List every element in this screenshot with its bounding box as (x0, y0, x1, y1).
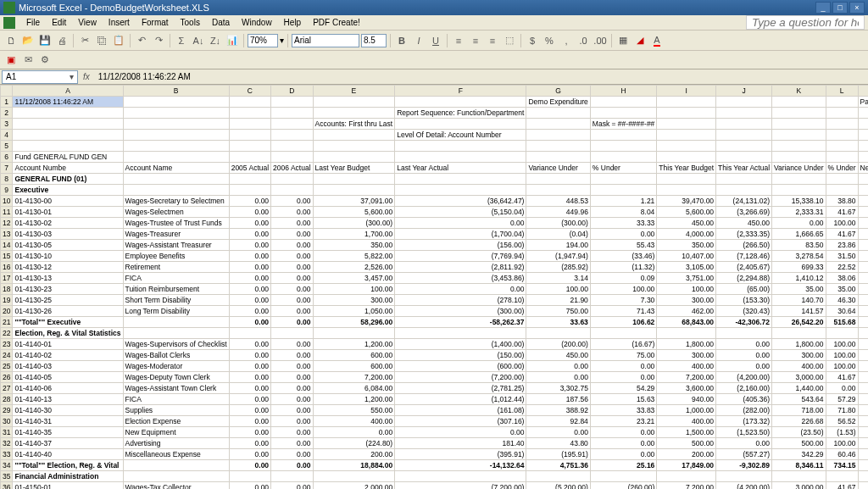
cell[interactable]: ""Total"" Executive (13, 317, 123, 328)
cell[interactable]: Supplies (123, 405, 229, 416)
cell[interactable] (657, 141, 716, 152)
cell[interactable]: 500.00 (858, 438, 868, 449)
cell[interactable]: (260.00) (590, 482, 656, 490)
cell[interactable] (826, 97, 858, 108)
cell[interactable] (229, 328, 270, 339)
cell[interactable]: 0.00 (395, 218, 526, 229)
cell[interactable] (716, 328, 772, 339)
cell[interactable]: 3,751.00 (657, 273, 716, 284)
cell[interactable]: 01-4140-13 (13, 394, 123, 405)
row-header[interactable]: 32 (1, 438, 13, 449)
cell[interactable] (858, 185, 868, 196)
cell[interactable]: 0.00 (229, 350, 270, 361)
cell[interactable]: 400.00 (657, 416, 716, 427)
cell[interactable] (657, 108, 716, 119)
zoom-input[interactable] (248, 34, 278, 47)
col-header-K[interactable]: K (772, 86, 826, 97)
row-header[interactable]: 17 (1, 273, 13, 284)
cell[interactable]: 55.43 (590, 240, 656, 251)
cell[interactable] (271, 152, 313, 163)
cell[interactable]: 01-4140-30 (13, 405, 123, 416)
row-header[interactable]: 22 (1, 328, 13, 339)
cell[interactable] (229, 119, 270, 130)
col-header-A[interactable]: A (13, 86, 123, 97)
cell[interactable]: 100.00 (826, 218, 858, 229)
cell[interactable] (271, 471, 313, 482)
cell[interactable]: Short Term Disability (123, 295, 229, 306)
cell[interactable] (313, 108, 395, 119)
cell[interactable] (123, 460, 229, 471)
cell[interactable]: (7,200.00) (395, 372, 526, 383)
align-left-icon[interactable]: ≡ (451, 33, 466, 48)
cell[interactable] (858, 328, 868, 339)
cell[interactable] (229, 97, 270, 108)
cell[interactable]: 17,300.00 (858, 460, 868, 471)
cell[interactable] (716, 174, 772, 185)
cell[interactable]: 450.00 (657, 218, 716, 229)
cell[interactable]: (557.27) (716, 449, 772, 460)
cell[interactable]: 0.00 (590, 361, 656, 372)
cell[interactable]: (16.67) (590, 339, 656, 350)
cell[interactable]: (282.00) (716, 405, 772, 416)
cell[interactable]: 718.00 (772, 405, 826, 416)
menu-tools[interactable]: Tools (175, 17, 206, 28)
col-header-E[interactable]: E (313, 86, 395, 97)
cell[interactable] (590, 174, 656, 185)
cell[interactable] (313, 174, 395, 185)
cell[interactable]: 01-4130-01 (13, 207, 123, 218)
maximize-button[interactable]: □ (832, 2, 848, 14)
cell[interactable]: 01-4140-03 (13, 361, 123, 372)
pdf-icon[interactable]: ▣ (3, 53, 19, 68)
cell[interactable]: 3,615.00 (858, 262, 868, 273)
cell[interactable]: 01-4130-10 (13, 251, 123, 262)
cell[interactable]: 600.00 (858, 350, 868, 361)
cell[interactable]: 7,200.00 (657, 372, 716, 383)
row-header[interactable]: 6 (1, 152, 13, 163)
cell[interactable]: 0.00 (271, 229, 313, 240)
cell[interactable] (271, 108, 313, 119)
cell[interactable]: Account Numbe (13, 163, 123, 174)
cell[interactable] (313, 152, 395, 163)
row-header[interactable]: 28 (1, 394, 13, 405)
cell[interactable] (858, 119, 868, 130)
cell[interactable]: 0.00 (271, 196, 313, 207)
cell[interactable] (590, 328, 656, 339)
cell[interactable]: 0.00 (271, 482, 313, 490)
paste-icon[interactable]: 📋 (111, 33, 126, 48)
row-header[interactable]: 30 (1, 416, 13, 427)
cell[interactable] (826, 141, 858, 152)
cell[interactable]: 300.00 (657, 295, 716, 306)
cell[interactable]: 26,542.20 (772, 317, 826, 328)
cell[interactable] (13, 130, 123, 141)
cell[interactable]: 58,296.00 (313, 317, 395, 328)
cell[interactable]: 1,800.00 (858, 339, 868, 350)
cell[interactable]: 0.00 (313, 427, 395, 438)
cell[interactable]: 3,000.00 (772, 372, 826, 383)
copy-icon[interactable]: ⿻ (94, 33, 109, 48)
cell[interactable]: 0.00 (590, 449, 656, 460)
row-header[interactable]: 18 (1, 284, 13, 295)
cell[interactable]: Level Of Detail: Account Number (395, 130, 526, 141)
cell[interactable]: 0.00 (526, 361, 590, 372)
cell[interactable]: 3.14 (526, 273, 590, 284)
cell[interactable]: 515.68 (826, 317, 858, 328)
cell[interactable] (716, 119, 772, 130)
cell[interactable]: Election Expense (123, 416, 229, 427)
cell[interactable]: (5,150.04) (395, 207, 526, 218)
cell[interactable]: -14,132.64 (395, 460, 526, 471)
cell[interactable] (716, 185, 772, 196)
row-header[interactable]: 24 (1, 350, 13, 361)
cell[interactable]: 500.00 (772, 438, 826, 449)
cell[interactable]: Last Year Budget (313, 163, 395, 174)
cell[interactable] (271, 97, 313, 108)
cell[interactable]: 01-4130-02 (13, 218, 123, 229)
cell[interactable]: 0.00 (271, 416, 313, 427)
row-header[interactable]: 34 (1, 460, 13, 471)
cell[interactable] (123, 317, 229, 328)
col-header-C[interactable]: C (229, 86, 270, 97)
cell[interactable]: 450.00 (858, 218, 868, 229)
cell[interactable] (123, 130, 229, 141)
cell[interactable]: 0.00 (526, 427, 590, 438)
cell[interactable]: 0.00 (271, 207, 313, 218)
cell[interactable] (313, 97, 395, 108)
